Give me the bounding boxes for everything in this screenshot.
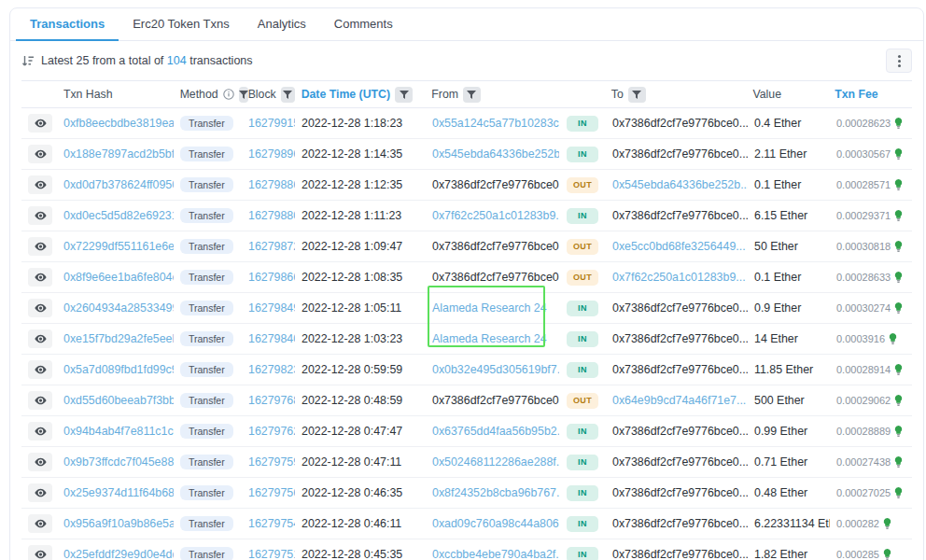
eye-button[interactable] bbox=[28, 391, 52, 410]
block-link[interactable]: 16279759 bbox=[242, 455, 295, 469]
from-address[interactable]: 0x8f24352b8cba96b767... bbox=[426, 486, 559, 499]
from-address[interactable]: 0xad09c760a98c44a806... bbox=[426, 517, 559, 530]
block-link[interactable]: 16279896 bbox=[242, 147, 295, 161]
filter-icon[interactable] bbox=[281, 87, 295, 103]
txn-hash-link[interactable]: 0x188e7897acd2b5bf6b... bbox=[57, 147, 174, 161]
col-header-txn-fee[interactable]: Txn Fee bbox=[828, 88, 912, 101]
eye-button[interactable] bbox=[28, 237, 52, 256]
eye-button[interactable] bbox=[28, 329, 52, 348]
datetime-text: 2022-12-28 1:14:35 bbox=[295, 147, 426, 161]
summary-text: Latest 25 from a total of 104 transactio… bbox=[41, 54, 253, 67]
tab-comments[interactable]: Comments bbox=[320, 8, 407, 41]
block-link[interactable]: 16279866 bbox=[242, 271, 295, 284]
block-link[interactable]: 16279754 bbox=[242, 517, 295, 530]
txn-fee-text: 0.00029371 bbox=[836, 210, 891, 221]
eye-button[interactable] bbox=[28, 514, 52, 533]
txn-fee-text: 0.00030818 bbox=[836, 241, 891, 252]
filter-icon[interactable] bbox=[463, 87, 481, 103]
gas-bulb-icon bbox=[894, 210, 903, 221]
table-row: 0x25e9374d11f64b6807... Transfer 1627975… bbox=[21, 478, 912, 509]
txn-hash-link[interactable]: 0xe15f7bd29a2fe5eeb29... bbox=[57, 332, 174, 345]
col-header-date-time[interactable]: Date Time (UTC) bbox=[295, 87, 426, 103]
from-address[interactable]: 0xccbbe4ebe790a4ba2f... bbox=[426, 548, 559, 560]
eye-button[interactable] bbox=[28, 268, 52, 287]
tab-transactions[interactable]: Transactions bbox=[16, 8, 119, 41]
tab-analytics[interactable]: Analytics bbox=[244, 8, 320, 41]
value-text: 0.1 Ether bbox=[748, 271, 830, 284]
info-icon[interactable] bbox=[223, 89, 234, 100]
block-link[interactable]: 16279751 bbox=[242, 548, 295, 560]
to-address[interactable]: 0x7f62c250a1c01283b9... bbox=[606, 271, 748, 284]
block-link[interactable]: 16279849 bbox=[242, 301, 295, 315]
txn-fee-text: 0.0003916 bbox=[836, 333, 885, 344]
col-header-from: From bbox=[425, 87, 558, 103]
from-address[interactable]: 0x0b32e495d305619bf7... bbox=[426, 363, 559, 376]
txn-hash-link[interactable]: 0x5a7d089fbd1fd99c9db... bbox=[57, 363, 174, 376]
datetime-text: 2022-12-28 1:12:35 bbox=[295, 178, 426, 191]
txn-fee-text: 0.00028889 bbox=[836, 426, 891, 437]
eye-button[interactable] bbox=[28, 206, 52, 225]
eye-button[interactable] bbox=[28, 145, 52, 163]
block-link[interactable]: 16279915 bbox=[242, 117, 295, 130]
block-link[interactable]: 16279762 bbox=[242, 425, 295, 438]
from-address[interactable]: Alameda Research 24 bbox=[426, 332, 559, 345]
from-address[interactable]: 0x63765dd4faa56b95b2... bbox=[426, 425, 559, 438]
from-address[interactable]: 0x545ebda64336be252b... bbox=[426, 147, 559, 161]
block-link[interactable]: 16279823 bbox=[242, 363, 295, 376]
col-header-to: To bbox=[605, 87, 747, 103]
transaction-count-link[interactable]: 104 bbox=[167, 54, 187, 67]
from-address: 0x7386df2cf7e9776bce0... bbox=[426, 271, 559, 284]
direction-badge: IN bbox=[567, 208, 598, 224]
block-link[interactable]: 16279886 bbox=[242, 178, 295, 191]
txn-hash-link[interactable]: 0x25e9374d11f64b6807... bbox=[57, 486, 174, 499]
to-address[interactable]: 0x545ebda64336be252b... bbox=[606, 178, 748, 191]
datetime-text: 2022-12-28 1:09:47 bbox=[295, 240, 426, 253]
from-address[interactable]: 0x7f62c250a1c01283b9... bbox=[426, 209, 559, 222]
datetime-text: 2022-12-28 0:59:59 bbox=[295, 363, 426, 376]
block-link[interactable]: 16279756 bbox=[242, 486, 295, 499]
value-text: 14 Ether bbox=[748, 332, 830, 345]
to-address[interactable]: 0xe5cc0bd68fe3256449... bbox=[606, 240, 748, 253]
txn-hash-link[interactable]: 0x94b4ab4f7e811c1ceca... bbox=[57, 425, 174, 438]
value-text: 50 Ether bbox=[748, 240, 830, 253]
txn-hash-link[interactable]: 0x8f9e6ee1ba6fe804eb6... bbox=[57, 271, 174, 284]
eye-button[interactable] bbox=[28, 483, 52, 502]
from-address[interactable]: 0x55a124c5a77b10283c... bbox=[426, 117, 559, 130]
eye-button[interactable] bbox=[28, 360, 52, 379]
txn-hash-link[interactable]: 0x72299df551161e6eee... bbox=[57, 240, 174, 253]
table-header-row: Txn Hash Method Block Date Time (UTC) bbox=[21, 80, 912, 108]
kebab-menu-button[interactable] bbox=[886, 49, 912, 73]
eye-icon bbox=[35, 303, 47, 313]
block-link[interactable]: 16279768 bbox=[242, 394, 295, 407]
eye-button[interactable] bbox=[28, 453, 52, 471]
to-address: 0x7386df2cf7e9776bce0... bbox=[606, 363, 748, 376]
filter-icon[interactable] bbox=[395, 87, 413, 103]
txn-hash-link[interactable]: 0x9b73ffcdc7f045e8865a... bbox=[57, 455, 174, 469]
eye-button[interactable] bbox=[28, 114, 52, 133]
txn-hash-link[interactable]: 0xfb8eecbdbe3819eaa6... bbox=[57, 117, 174, 130]
filter-icon[interactable] bbox=[628, 87, 646, 103]
block-link[interactable]: 16279872 bbox=[242, 240, 295, 253]
txn-hash-link[interactable]: 0x2604934a28533499f4... bbox=[57, 301, 174, 315]
eye-button[interactable] bbox=[28, 175, 52, 194]
direction-badge: OUT bbox=[567, 270, 598, 286]
eye-button[interactable] bbox=[28, 299, 52, 317]
txn-hash-link[interactable]: 0x25efddf29e9d0e4ddc1... bbox=[57, 548, 174, 560]
from-address[interactable]: 0x502468112286ae288f... bbox=[426, 455, 559, 469]
eye-button[interactable] bbox=[28, 422, 52, 441]
datetime-text: 2022-12-28 0:47:11 bbox=[295, 455, 426, 469]
txn-hash-link[interactable]: 0xd0ec5d5d82e6923113... bbox=[57, 209, 174, 222]
to-address[interactable]: 0x64e9b9cd74a46f71e7... bbox=[606, 394, 748, 407]
eye-icon bbox=[35, 242, 47, 251]
to-address: 0x7386df2cf7e9776bce0... bbox=[606, 147, 748, 161]
block-link[interactable]: 16279880 bbox=[242, 209, 295, 222]
from-address[interactable]: Alameda Research 24 bbox=[426, 301, 559, 315]
gas-bulb-icon bbox=[894, 395, 903, 406]
txn-hash-link[interactable]: 0xd55d60beeab7f3bb82... bbox=[57, 394, 174, 407]
block-link[interactable]: 16279840 bbox=[242, 332, 295, 345]
tab-erc20-token-txns[interactable]: Erc20 Token Txns bbox=[119, 8, 244, 41]
eye-button[interactable] bbox=[28, 545, 52, 560]
txn-hash-link[interactable]: 0xd0d7b378624ff09502c... bbox=[57, 178, 174, 191]
txn-fee-text: 0.00030567 bbox=[836, 148, 891, 160]
txn-hash-link[interactable]: 0x956a9f10a9b86e5a14... bbox=[57, 517, 174, 530]
